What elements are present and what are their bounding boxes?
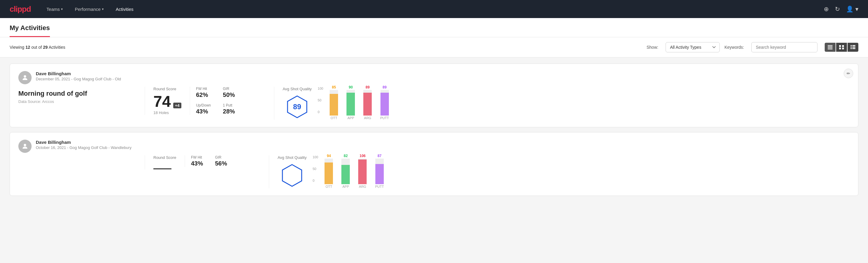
score-holes: 18 Holes [153, 111, 181, 115]
navbar: clippd Teams ▾ Performance ▾ Activities … [0, 0, 868, 18]
stat-group-left: FW Hit 43% [191, 155, 203, 167]
svg-point-16 [24, 144, 26, 146]
score-number: 74 [153, 94, 171, 109]
view-list-compact-button[interactable] [825, 43, 836, 52]
svg-rect-3 [828, 49, 833, 49]
activity-type-select[interactable]: All Activity Types [665, 42, 720, 52]
round-score-label: Round Score [153, 87, 181, 91]
svg-rect-1 [828, 46, 833, 47]
quality-label: Avg Shot Quality [283, 87, 312, 91]
activity-card: ✏ Dave Billingham December 05, 2021 - Go… [10, 63, 858, 127]
bar-ott: 94 OTT [324, 154, 333, 188]
bar-chart-area: 100 50 0 94 OTT 82 [312, 155, 841, 188]
viewing-text: Viewing 12 out of 29 Activities [10, 45, 65, 50]
stat-group-right: GIR 56% [215, 155, 227, 167]
add-icon[interactable]: ⊕ [824, 5, 829, 12]
svg-marker-17 [282, 165, 302, 186]
card-user-info: Dave Billingham December 05, 2021 - Gog … [36, 71, 850, 81]
card-body: Morning round of golf Data Source: Arcco… [18, 87, 850, 120]
stat-group-left: FW Hit 62% Up/Down 43% [196, 87, 211, 115]
view-list-detailed-button[interactable] [847, 43, 858, 52]
bar-app: 82 APP [341, 154, 350, 188]
score-display: 74 +4 [153, 94, 181, 109]
svg-rect-11 [852, 47, 856, 48]
logo: clippd [10, 4, 31, 14]
stats-section: FW Hit 43% GIR 56% [185, 155, 269, 167]
show-label: Show: [647, 45, 658, 50]
user-menu-icon[interactable]: 👤 ▾ [846, 5, 858, 12]
filter-bar: Viewing 12 out of 29 Activities Show: Al… [0, 37, 868, 57]
user-meta: December 05, 2021 - Gog Magog Golf Club … [36, 77, 850, 81]
stat-group-right: GIR 50% 1 Putt 28% [223, 87, 235, 115]
page-title: My Activities [10, 18, 50, 37]
gir-stat: GIR 56% [215, 155, 227, 167]
bar-chart-area: 100 50 0 85 OTT [318, 87, 841, 120]
quality-section: Avg Shot Quality 100 50 0 [269, 155, 850, 188]
svg-point-14 [24, 75, 26, 78]
bar-ott: 85 OTT [330, 85, 338, 120]
avatar [18, 140, 32, 153]
svg-rect-10 [850, 47, 852, 48]
y-axis: 100 50 0 [318, 87, 323, 114]
y-axis: 100 50 0 [312, 155, 318, 182]
main-content: ✏ Dave Billingham December 05, 2021 - Go… [0, 57, 868, 207]
nav-item-teams[interactable]: Teams ▾ [45, 4, 64, 14]
avatar [18, 71, 32, 84]
svg-rect-6 [839, 48, 841, 49]
refresh-icon[interactable]: ↻ [835, 5, 840, 12]
nav-icons: ⊕ ↻ 👤 ▾ [824, 5, 858, 12]
round-score-label: Round Score [153, 155, 176, 160]
bar-arg: 106 ARG [358, 154, 367, 188]
page-header: My Activities [0, 18, 868, 37]
hexagon-container: Avg Shot Quality 89 [283, 87, 312, 119]
score-badge: +4 [173, 103, 181, 108]
svg-rect-8 [850, 45, 852, 46]
chevron-down-icon: ▾ [102, 7, 104, 11]
svg-rect-0 [828, 45, 833, 46]
hexagon-container: Avg Shot Quality [278, 155, 307, 187]
bar-putt: 87 PUTT [375, 154, 384, 188]
card-user-info: Dave Billingham October 16, 2021 - Gog M… [36, 140, 850, 150]
user-name: Dave Billingham [36, 71, 850, 76]
quality-label: Avg Shot Quality [278, 155, 307, 160]
activity-card: Dave Billingham October 16, 2021 - Gog M… [10, 132, 858, 196]
score-placeholder [153, 168, 172, 169]
stats-section: FW Hit 62% Up/Down 43% GIR 50% 1 Putt [190, 87, 274, 115]
search-input[interactable] [751, 42, 817, 52]
svg-rect-4 [839, 45, 841, 47]
svg-rect-2 [828, 48, 833, 48]
svg-rect-9 [852, 45, 856, 46]
hexagon: 89 [285, 95, 309, 119]
view-grid-button[interactable] [836, 43, 847, 52]
bar-putt: 89 PUTT [380, 85, 389, 120]
activity-title: Morning round of golf [18, 90, 145, 97]
data-source: Data Source: Arccos [18, 99, 145, 104]
updown-stat: Up/Down 43% [196, 103, 211, 115]
quality-section: Avg Shot Quality 89 100 50 0 [274, 87, 850, 120]
bar-app: 90 APP [346, 85, 355, 120]
fwhit-stat: FW Hit 43% [191, 155, 203, 167]
round-score-section: Round Score [145, 155, 185, 169]
nav-item-activities[interactable]: Activities [115, 4, 135, 14]
bar-arg: 89 ARG [363, 85, 372, 120]
chevron-down-icon: ▾ [61, 7, 63, 11]
hexagon [280, 164, 304, 187]
oneputt-stat: 1 Putt 28% [223, 103, 235, 115]
fwhit-stat: FW Hit 62% [196, 87, 211, 98]
keywords-label: Keywords: [724, 45, 744, 50]
view-buttons [825, 43, 858, 52]
user-name: Dave Billingham [36, 140, 850, 145]
edit-button[interactable]: ✏ [844, 68, 853, 78]
gir-stat: GIR 50% [223, 87, 235, 98]
nav-item-performance[interactable]: Performance ▾ [74, 4, 105, 14]
svg-rect-7 [842, 48, 844, 49]
card-body: Round Score FW Hit 43% GIR 56% [18, 155, 850, 188]
svg-rect-12 [850, 48, 852, 49]
svg-rect-13 [852, 48, 856, 49]
user-meta: October 16, 2021 - Gog Magog Golf Club -… [36, 145, 850, 150]
quality-value: 89 [293, 103, 301, 111]
round-score-section: Round Score 74 +4 18 Holes [145, 87, 190, 115]
svg-rect-5 [842, 45, 844, 47]
card-left: Morning round of golf Data Source: Arcco… [18, 87, 145, 104]
